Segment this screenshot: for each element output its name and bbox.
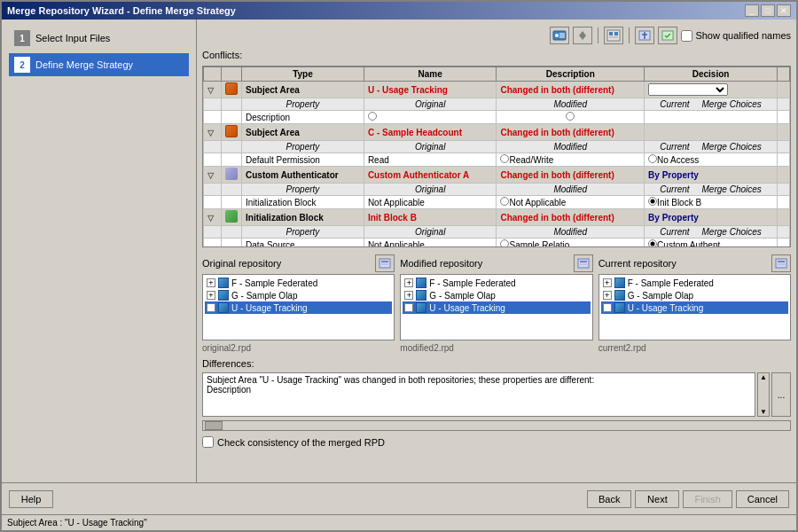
radio-current-selected[interactable] [648, 239, 657, 247]
original-repo-btn[interactable] [375, 254, 395, 272]
tree-item-selected[interactable]: + U - Usage Tracking [403, 301, 590, 314]
conflicts-table-container[interactable]: Type Name Description Decision ▽ Subjec [202, 66, 791, 247]
tree-item-label: F - Sample Federated [628, 278, 714, 288]
cancel-button[interactable]: Cancel [736, 490, 789, 508]
prop-mod: Not Applicable [497, 196, 645, 209]
table-row[interactable]: Data Source Not Applicable Sample Relati… [204, 239, 790, 248]
status-text: Subject Area : "U - Usage Tracking" [7, 518, 147, 528]
table-row[interactable]: Description [204, 111, 790, 124]
toolbar-btn-4[interactable] [635, 27, 654, 44]
scroll-down-arrow[interactable]: ▼ [760, 408, 767, 416]
table-row[interactable]: Default Permission Read Read/Write No Ac… [204, 153, 790, 167]
svg-rect-13 [580, 263, 587, 265]
next-button[interactable]: Next [635, 490, 679, 508]
row-decision[interactable] [645, 82, 778, 98]
toolbar-btn-2[interactable] [573, 27, 592, 44]
row-description: Changed in both (different) [500, 170, 614, 180]
expand-icon[interactable]: ▽ [207, 171, 214, 180]
tree-item[interactable]: + F - Sample Federated [601, 277, 788, 289]
maximize-button[interactable]: □ [761, 4, 775, 17]
modified-repo-label: Modified repository [400, 258, 482, 269]
modified-repo-tree[interactable]: + F - Sample Federated + G - Sample Olap… [400, 274, 592, 340]
differences-box[interactable]: Subject Area "U - Usage Tracking" was ch… [202, 372, 755, 417]
sub-mod: Modified [497, 141, 645, 153]
expand-icon[interactable]: ▽ [207, 86, 214, 95]
tree-item[interactable]: + F - Sample Federated [403, 277, 590, 289]
expand-icon[interactable]: + [404, 278, 413, 287]
expand-icon[interactable]: ▽ [207, 129, 214, 137]
radio-current[interactable] [648, 154, 657, 163]
table-row[interactable]: ▽ Custom Authenticator Custom Authentica… [204, 167, 790, 184]
sub-prop: Property [242, 184, 364, 196]
check-consistency-checkbox[interactable] [202, 436, 214, 448]
prop-name: Data Source [242, 239, 364, 248]
tree-item[interactable]: + G - Sample Olap [601, 289, 788, 301]
expand-icon[interactable]: + [603, 278, 612, 287]
prop-mod: Read/Write [497, 153, 645, 167]
expand-icon[interactable]: + [207, 278, 215, 287]
tree-item[interactable]: + F - Sample Federated [205, 277, 392, 289]
database-icon [614, 278, 625, 288]
expand-icon[interactable]: ▽ [207, 214, 214, 223]
help-button[interactable]: Help [9, 490, 53, 508]
tree-item-label: U - Usage Tracking [628, 303, 704, 313]
finish-button[interactable]: Finish [683, 490, 732, 508]
database-icon [416, 290, 426, 301]
original-repo-tree[interactable]: + F - Sample Federated + G - Sample Olap… [202, 274, 395, 340]
modified-repo-btn[interactable] [574, 254, 593, 272]
show-qualified-checkbox[interactable] [681, 30, 692, 42]
expand-icon[interactable]: + [207, 291, 215, 300]
current-repo-tree[interactable]: + F - Sample Federated + G - Sample Olap… [598, 274, 791, 340]
decision-select[interactable] [648, 83, 728, 96]
scroll-thumb[interactable] [205, 421, 223, 430]
differences-horizontal-scroll[interactable] [202, 420, 791, 431]
sub-prop: Property [242, 98, 364, 111]
radio-modified[interactable] [500, 239, 509, 247]
toolbar-btn-5[interactable] [658, 27, 677, 44]
row-name: Custom Authenticator A [364, 167, 497, 184]
expand-icon[interactable]: + [207, 303, 215, 312]
current-repo-btn[interactable] [771, 254, 791, 272]
close-button[interactable]: ✕ [777, 4, 791, 17]
row-type: Subject Area [242, 82, 364, 98]
differences-more-button[interactable]: ... [771, 372, 791, 417]
col-name-header: Name [364, 67, 497, 82]
radio-modified[interactable] [500, 197, 509, 206]
tree-item-selected[interactable]: + U - Usage Tracking [601, 301, 788, 314]
current-repo-header: Current repository [598, 254, 791, 272]
database-icon [614, 290, 625, 301]
sidebar-item-define-merge[interactable]: 2 Define Merge Strategy [9, 53, 189, 76]
original-repo-filename: original2.rpd [202, 343, 395, 353]
table-row[interactable]: Initialization Block Not Applicable Not … [204, 196, 790, 209]
table-row[interactable]: ▽ Initialization Block Init Block B Chan… [204, 209, 790, 226]
tree-item-selected[interactable]: + U - Usage Tracking [205, 301, 392, 314]
svg-point-1 [555, 34, 559, 37]
tree-item[interactable]: + G - Sample Olap [403, 289, 590, 301]
prop-orig: Not Applicable [364, 239, 497, 248]
minimize-button[interactable]: _ [745, 4, 759, 17]
radio-original[interactable] [368, 112, 377, 121]
original-repo-label: Original repository [202, 258, 281, 269]
tree-item-label: G - Sample Olap [231, 291, 297, 301]
window-title: Merge Repository Wizard - Define Merge S… [7, 5, 236, 16]
check-consistency-label: Check consistency of the merged RPD [217, 437, 385, 448]
expand-icon[interactable]: + [603, 303, 612, 312]
back-button[interactable]: Back [587, 490, 631, 508]
toolbar-btn-3[interactable] [604, 27, 623, 44]
table-row[interactable]: ▽ Subject Area C - Sample Headcount Chan… [204, 124, 790, 141]
expand-icon[interactable]: + [603, 291, 612, 300]
row-description: Changed in both (different) [500, 85, 614, 95]
row-type: Subject Area [242, 124, 364, 141]
differences-scrollbar[interactable]: ▲ ▼ [757, 372, 770, 417]
tree-item[interactable]: + G - Sample Olap [205, 289, 392, 301]
radio-modified[interactable] [500, 154, 509, 163]
toolbar-btn-1[interactable] [550, 27, 569, 44]
sidebar-item-select-input[interactable]: 1 Select Input Files [9, 27, 189, 50]
expand-icon[interactable]: + [404, 291, 413, 300]
expand-icon[interactable]: + [404, 303, 413, 312]
table-row[interactable]: ▽ Subject Area U - Usage Tracking Change… [204, 82, 790, 98]
scroll-up-arrow[interactable]: ▲ [760, 373, 767, 381]
radio-modified[interactable] [566, 112, 575, 121]
svg-rect-16 [778, 263, 785, 265]
radio-current-selected[interactable] [648, 197, 657, 206]
